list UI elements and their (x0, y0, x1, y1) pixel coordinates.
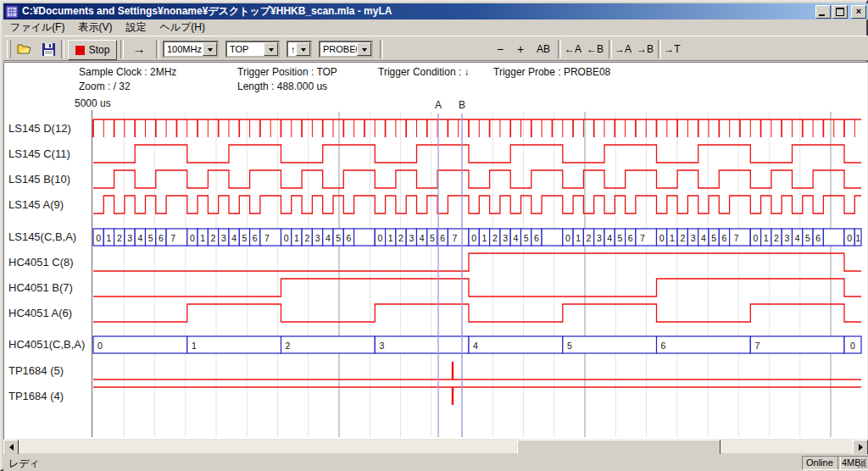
scroll-right-button[interactable] (853, 440, 868, 455)
maximize-button[interactable] (832, 5, 848, 19)
menu-view[interactable]: 表示(V) (71, 19, 119, 36)
scroll-left-button[interactable] (3, 440, 19, 455)
goto-cursor-a-right-button[interactable]: →A (613, 40, 633, 58)
toolbar-separator (558, 40, 561, 58)
toolbar-separator (120, 40, 124, 58)
menu-bar: ファイル(F) 表示(V) 設定 ヘルプ(H) (3, 19, 868, 36)
status-online-badge: Online (802, 456, 841, 470)
scrollbar-thumb[interactable] (517, 440, 721, 455)
toolbar-separator (61, 40, 64, 58)
menu-settings[interactable]: 設定 (119, 19, 153, 36)
goto-trigger-button[interactable]: →T (662, 40, 682, 58)
zoom-ab-button[interactable]: AB (532, 40, 554, 58)
status-ready-text: レディ (8, 457, 40, 471)
toolbar-separator (380, 40, 383, 58)
resize-grip-icon (856, 457, 867, 468)
stop-button[interactable]: Stop (68, 40, 117, 60)
dropdown-arrow-icon[interactable] (264, 42, 278, 56)
menu-file[interactable]: ファイル(F) (3, 19, 71, 36)
menu-help[interactable]: ヘルプ(H) (153, 19, 212, 36)
trigger-probe-combo[interactable]: PROBE00 (319, 41, 373, 58)
toolbar-grip (7, 40, 11, 58)
toolbar: Stop → 100MHz TOP ↑ PROBE00 − + AB ←A ←B (3, 36, 868, 61)
window-title: C:¥Documents and Settings¥noname¥デスクトップ¥… (22, 4, 814, 19)
open-folder-icon (17, 43, 32, 55)
run-button[interactable]: → (127, 40, 151, 58)
app-icon (5, 5, 19, 19)
toolbar-separator (658, 40, 661, 58)
zoom-out-button[interactable]: − (492, 40, 509, 58)
save-button[interactable] (37, 40, 59, 58)
horizontal-scrollbar[interactable] (3, 440, 868, 453)
title-bar[interactable]: C:¥Documents and Settings¥noname¥デスクトップ¥… (3, 3, 868, 19)
status-bar: レディ Online 4MBit (3, 454, 868, 471)
trigger-edge-combo[interactable]: ↑ (287, 41, 312, 58)
waveform-view[interactable] (3, 62, 868, 440)
trigger-edge-value: ↑ (291, 44, 296, 54)
floppy-icon (42, 43, 55, 56)
dropdown-arrow-icon[interactable] (203, 42, 217, 56)
toolbar-separator (609, 40, 612, 58)
stop-label: Stop (89, 44, 110, 56)
dropdown-arrow-icon[interactable] (296, 42, 310, 56)
close-button[interactable]: × (851, 5, 866, 19)
sample-clock-value: 100MHz (167, 44, 202, 54)
app-window: C:¥Documents and Settings¥noname¥デスクトップ¥… (0, 0, 868, 471)
sample-clock-combo[interactable]: 100MHz (163, 41, 219, 58)
trigger-pos-value: TOP (230, 44, 248, 54)
toolbar-separator (156, 40, 159, 58)
zoom-in-button[interactable]: + (512, 40, 529, 58)
minimize-button[interactable] (815, 5, 831, 19)
goto-cursor-b-right-button[interactable]: →B (635, 40, 655, 58)
stop-icon (75, 46, 85, 55)
trigger-pos-combo[interactable]: TOP (225, 41, 280, 58)
goto-cursor-b-left-button[interactable]: ←B (585, 40, 605, 58)
dropdown-arrow-icon[interactable] (357, 42, 371, 56)
goto-cursor-a-left-button[interactable]: ←A (563, 40, 583, 58)
open-file-button[interactable] (14, 40, 36, 58)
